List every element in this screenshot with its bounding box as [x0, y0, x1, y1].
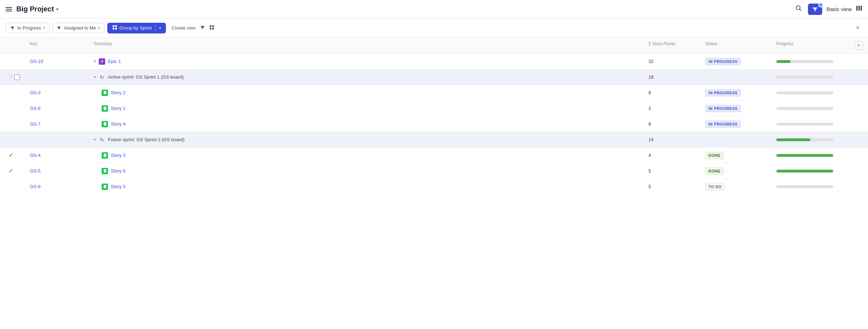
progress-cell — [773, 138, 852, 142]
progress-cell — [773, 169, 852, 173]
progress-cell — [773, 91, 852, 95]
create-group-button[interactable] — [209, 24, 215, 32]
check-cell: ✓ — [6, 151, 27, 159]
story-points-cell: 2 — [646, 105, 702, 112]
expand-arrow[interactable]: ▾ — [94, 75, 96, 79]
story-icon — [102, 90, 108, 96]
issue-key-link[interactable]: GS-7 — [30, 121, 41, 127]
issue-key-link[interactable]: GS-6 — [30, 106, 41, 111]
progress-cell — [773, 106, 852, 111]
group-by-sprint-button[interactable]: Group by Sprint ▾ — [107, 23, 166, 33]
project-dropdown-icon[interactable]: ▾ — [56, 7, 58, 12]
search-button[interactable] — [794, 3, 804, 15]
group-btn-separator — [155, 25, 156, 31]
done-checkmark: ✓ — [9, 168, 13, 174]
status-cell: IN PROGRESS — [702, 57, 773, 66]
filter1-chevron: ▾ — [43, 26, 45, 30]
project-title: Big Project — [16, 5, 54, 13]
extra-cell — [852, 123, 862, 125]
col-header-key: Key — [27, 40, 91, 51]
extra-cell — [852, 92, 862, 94]
sprint-icon: ↻ — [99, 137, 105, 143]
progress-bar — [776, 123, 833, 126]
drag-handle[interactable]: ⠿ — [9, 74, 13, 80]
done-checkmark: ✓ — [9, 152, 13, 159]
check-cell — [6, 92, 27, 94]
app-header: Big Project ▾ Basic view — [0, 0, 868, 18]
create-new-section: Create new: — [172, 24, 215, 32]
story-points-cell: 32 — [646, 58, 702, 65]
status-cell: DONE — [702, 167, 773, 175]
svg-rect-3 — [858, 6, 860, 11]
story-points-cell: 18 — [646, 74, 702, 80]
key-cell: GS-5 — [27, 168, 91, 174]
table-row: ⠿ ▾ ↻ Active sprint: GS Sprint 1 (GS boa… — [0, 69, 868, 85]
progress-bar — [776, 76, 833, 79]
summary-cell: Story 2 — [94, 90, 125, 96]
progress-bar — [776, 154, 833, 157]
progress-bar — [776, 91, 833, 94]
summary-cell: Story 3 — [94, 152, 125, 159]
status-cell — [702, 76, 773, 78]
progress-cell — [773, 59, 852, 64]
key-cell: GS-3 — [27, 89, 91, 96]
issue-key-link[interactable]: GS-3 — [30, 90, 41, 95]
status-cell: TO DO — [702, 182, 773, 191]
assigned-to-me-filter-button[interactable]: Assigned to Me ▾ — [52, 23, 104, 33]
item-name[interactable]: Story 6 — [111, 168, 125, 174]
item-name[interactable]: Story 1 — [111, 106, 125, 111]
expand-arrow[interactable]: ▾ — [94, 59, 96, 64]
issue-key-link[interactable]: GS-8 — [30, 184, 41, 189]
story-points: 5 — [648, 168, 651, 174]
story-points-cell: 5 — [646, 183, 702, 190]
extra-cell — [852, 170, 862, 172]
create-filter-button[interactable] — [199, 24, 206, 32]
story-points-cell: 5 — [646, 168, 702, 174]
summary-col-cell: Story 2 — [91, 89, 646, 97]
item-name[interactable]: Story 3 — [111, 153, 125, 158]
columns-icon[interactable] — [856, 5, 862, 13]
item-name[interactable]: Story 5 — [111, 184, 125, 189]
story-points: 14 — [648, 137, 653, 142]
active-filter-button[interactable] — [808, 4, 822, 15]
in-progress-filter-button[interactable]: In Progress ▾ — [6, 23, 49, 33]
story-points: 18 — [648, 74, 653, 80]
expand-arrow[interactable]: ▾ — [94, 137, 96, 142]
item-name[interactable]: Epic 1 — [108, 59, 121, 64]
progress-bar-fill — [776, 138, 810, 141]
hamburger-icon[interactable] — [6, 7, 12, 11]
story-icon — [102, 168, 108, 174]
item-name[interactable]: Story 4 — [111, 121, 125, 127]
progress-cell — [773, 122, 852, 126]
summary-col-cell: ▾ ⚡ Epic 1 — [91, 58, 646, 65]
table-row: ✓ GS-5 Story 6 5 DONE — [0, 163, 868, 179]
extra-cell — [852, 76, 862, 78]
summary-cell: Story 1 — [94, 105, 125, 112]
progress-bar — [776, 107, 833, 110]
table-row: GS-10 ▾ ⚡ Epic 1 32 IN PROGRESS — [0, 54, 868, 69]
in-progress-filter-label: In Progress — [17, 25, 41, 31]
svg-rect-11 — [210, 28, 211, 30]
progress-cell — [773, 153, 852, 158]
check-cell: ✓ — [6, 167, 27, 175]
table-row: GS-6 Story 1 2 IN PROGRESS — [0, 101, 868, 116]
key-cell: GS-4 — [27, 152, 91, 159]
close-button[interactable]: × — [853, 23, 862, 33]
filter2-chevron: ▾ — [98, 26, 100, 30]
add-column-button[interactable]: + — [854, 41, 863, 50]
issue-key-link[interactable]: GS-5 — [30, 168, 41, 174]
issue-key-link[interactable]: GS-4 — [30, 153, 41, 158]
svg-rect-8 — [115, 28, 117, 30]
row-checkbox[interactable] — [14, 74, 20, 80]
progress-bar-fill — [776, 60, 791, 63]
progress-cell — [773, 185, 852, 189]
progress-bar-fill — [776, 170, 833, 173]
issue-key-link[interactable]: GS-10 — [30, 59, 43, 64]
header-left: Big Project ▾ — [6, 5, 58, 13]
progress-bar — [776, 185, 833, 188]
summary-cell: Story 5 — [94, 184, 125, 190]
svg-line-1 — [800, 9, 802, 11]
table-row: GS-8 Story 5 5 TO DO — [0, 179, 868, 195]
summary-cell: ▾ ⚡ Epic 1 — [94, 58, 121, 65]
item-name[interactable]: Story 2 — [111, 90, 125, 95]
